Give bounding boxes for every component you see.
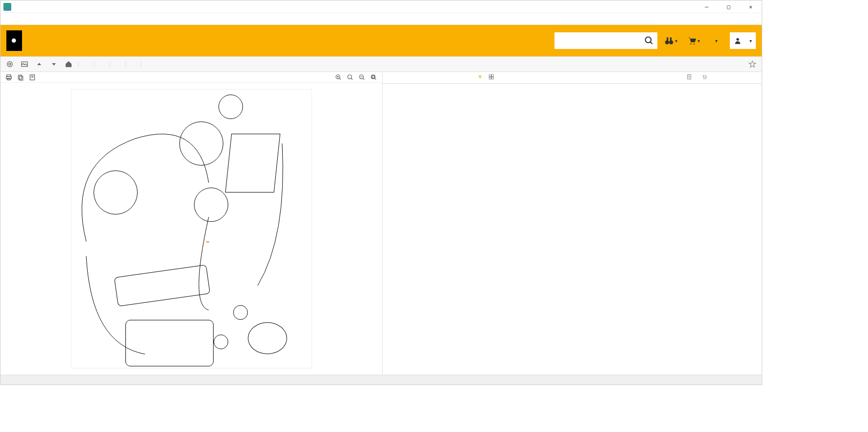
- svg-rect-21: [372, 75, 375, 78]
- status-bar: [0, 375, 762, 384]
- zoom-in-icon: [335, 74, 342, 81]
- attach-header-icon: [686, 74, 692, 80]
- svg-point-7: [736, 38, 739, 41]
- print-button[interactable]: [4, 73, 13, 82]
- nav-up-button[interactable]: [33, 58, 46, 71]
- svg-rect-14: [18, 75, 22, 79]
- svg-rect-23: [492, 75, 494, 77]
- nav-down-button[interactable]: [48, 58, 60, 71]
- note-header-icon: [488, 74, 494, 80]
- svg-rect-15: [20, 76, 23, 80]
- svg-point-28: [706, 79, 706, 79]
- zoom-in-button[interactable]: [334, 73, 343, 82]
- binoculars-button[interactable]: ▾: [661, 31, 680, 50]
- cart-header-icon: [701, 74, 708, 80]
- col-attach[interactable]: [683, 72, 698, 84]
- diagram-viewport[interactable]: [0, 83, 382, 375]
- help-button[interactable]: ▾: [706, 31, 725, 50]
- content-area: [0, 72, 762, 375]
- magnify-icon: [644, 36, 654, 46]
- svg-point-2: [669, 40, 673, 44]
- chevron-down-icon: [50, 60, 58, 68]
- svg-rect-3: [667, 37, 668, 41]
- search-input[interactable]: [555, 32, 641, 49]
- brand-bar: • ▾ ▾ ▾ ▾: [0, 25, 762, 56]
- user-icon: [734, 37, 742, 45]
- favorite-button[interactable]: [746, 58, 759, 71]
- svg-point-6: [693, 43, 695, 45]
- col-desc[interactable]: [539, 72, 659, 84]
- diagram-image: [71, 89, 312, 368]
- jcb-logo: •: [6, 30, 22, 51]
- svg-point-5: [690, 43, 692, 45]
- svg-point-8: [7, 62, 13, 67]
- doc-toolbar: [0, 72, 382, 83]
- maximize-button[interactable]: ▢: [718, 0, 740, 13]
- svg-point-18: [348, 74, 352, 78]
- target-button[interactable]: [3, 58, 16, 71]
- col-note[interactable]: [485, 72, 500, 84]
- svg-rect-22: [489, 75, 491, 77]
- picture-icon: [21, 60, 28, 68]
- zoom-reset-button[interactable]: [346, 73, 355, 82]
- svg-point-0: [646, 37, 651, 43]
- copy-button[interactable]: [16, 73, 25, 82]
- col-ref[interactable]: [383, 72, 407, 84]
- user-menu[interactable]: ▾: [730, 32, 756, 49]
- print-icon: [5, 74, 12, 81]
- binoculars-icon: [664, 36, 674, 46]
- nav-bar: 〉 〉 〉 〉 〉: [0, 56, 762, 72]
- svg-point-27: [704, 79, 704, 79]
- zoom-fit-icon: [370, 74, 377, 81]
- diagram-highlight-ref: [206, 241, 209, 242]
- target-icon: [6, 60, 14, 68]
- home-icon: [65, 60, 72, 68]
- svg-point-1: [665, 40, 669, 44]
- svg-point-9: [9, 63, 11, 65]
- star-icon: [748, 60, 756, 68]
- filter-icon: [478, 74, 482, 81]
- cart-button[interactable]: ▾: [684, 31, 702, 50]
- chevron-up-icon: [35, 60, 43, 68]
- minimize-button[interactable]: —: [696, 0, 718, 13]
- svg-rect-24: [489, 77, 491, 79]
- export-icon: [29, 74, 36, 81]
- svg-rect-25: [492, 77, 494, 79]
- col-cart[interactable]: [698, 72, 718, 84]
- zoom-out-button[interactable]: [358, 73, 366, 82]
- app-icon: [3, 3, 11, 11]
- menu-bar: [0, 13, 762, 25]
- home-button[interactable]: [62, 58, 75, 71]
- copy-icon: [17, 74, 24, 81]
- close-button[interactable]: ✕: [740, 0, 762, 13]
- zoom-reset-icon: [347, 74, 354, 81]
- parts-table: [383, 72, 762, 84]
- col-changeno[interactable]: [500, 72, 539, 84]
- col-qty[interactable]: [659, 72, 683, 84]
- picture-button[interactable]: [18, 58, 31, 71]
- diagram-pane: [0, 72, 383, 375]
- col-partno[interactable]: [407, 72, 485, 84]
- cart-icon: [687, 36, 697, 46]
- search-button[interactable]: [641, 32, 657, 49]
- zoom-out-icon: [359, 74, 365, 81]
- col-usage[interactable]: [718, 72, 762, 84]
- zoom-fit-button[interactable]: [369, 73, 378, 82]
- svg-rect-4: [670, 37, 671, 41]
- export-button[interactable]: [28, 73, 37, 82]
- parts-pane: [383, 72, 762, 375]
- title-bar: — ▢ ✕: [0, 0, 762, 13]
